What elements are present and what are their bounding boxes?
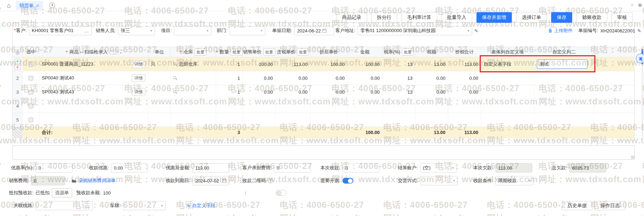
select-order-button[interactable]: 选择订单 — [516, 12, 547, 23]
route-input[interactable] — [39, 203, 84, 209]
tax-cell[interactable] — [415, 113, 448, 127]
tax-price-cell[interactable]: 113.00 — [276, 57, 310, 71]
tab-sales-order[interactable]: 销货单 — [16, 1, 43, 10]
tax-price-cell[interactable]: 0.00 — [276, 85, 310, 99]
need-invoice-toggle[interactable] — [343, 178, 353, 184]
price-cell[interactable]: 0.00 — [243, 85, 276, 99]
custom-field-2-input[interactable] — [537, 60, 588, 69]
column-settings-icon[interactable] — [15, 50, 19, 55]
recent-tabs-icon[interactable] — [49, 2, 55, 8]
tax-rate-cell[interactable]: 13 — [383, 85, 415, 99]
plate-select[interactable] — [123, 201, 166, 210]
custom-field-2-cell[interactable] — [534, 85, 594, 99]
tab-close-icon[interactable] — [36, 3, 39, 9]
discounted-price-cell[interactable]: 0.00 — [310, 71, 348, 85]
floating-assistant-button[interactable] — [636, 53, 644, 63]
product-cell[interactable]: SP0001 普通商品_11223详情 — [39, 57, 148, 71]
qty-cell[interactable]: 1 — [216, 57, 243, 71]
warehouse-cell[interactable] — [171, 71, 216, 85]
row-checkbox[interactable] — [29, 62, 33, 67]
edit-doc-no-icon[interactable] — [637, 28, 641, 34]
product-cell[interactable] — [39, 99, 148, 113]
total-cell[interactable]: 113.00 — [448, 57, 481, 71]
tax-cell[interactable] — [415, 99, 448, 113]
row-checkbox[interactable] — [29, 76, 33, 81]
tax-cell[interactable]: 0.00 — [415, 85, 448, 99]
row-checkbox[interactable] — [29, 90, 33, 94]
product-cell[interactable] — [39, 113, 148, 127]
current-payment-input[interactable] — [345, 165, 376, 171]
upload-attachment-link[interactable]: 上传附件 — [548, 27, 573, 34]
price-cell[interactable]: 0.00 — [243, 71, 276, 85]
route-lookup-icon[interactable] — [85, 203, 90, 209]
product-cell[interactable]: SP0040 测试40详情 — [39, 71, 148, 85]
custom-fields-link[interactable]: 自定义字段 — [187, 202, 215, 209]
amount-cell[interactable] — [348, 113, 383, 127]
customer-fee-input[interactable] — [277, 165, 308, 171]
tax-price-cell[interactable]: 0.00 — [276, 71, 310, 85]
split-row-button[interactable]: 拆分行 — [371, 12, 398, 23]
custom-field-2-cell[interactable] — [534, 71, 594, 85]
history-button[interactable]: 历史单据 — [562, 201, 593, 210]
custom-field-label-cell[interactable] — [481, 99, 534, 113]
total-cell[interactable]: 0.00 — [448, 71, 481, 85]
search-icon[interactable] — [173, 62, 177, 66]
product-cell[interactable]: SP0043 测试43详情 — [39, 85, 148, 99]
custom-field-label-cell[interactable]: 自定义表字段 — [481, 57, 534, 71]
search-icon[interactable] — [173, 76, 177, 80]
amount-cell[interactable]: 100.00 — [348, 57, 383, 71]
audit-button[interactable]: 审核 — [611, 12, 633, 23]
product-records-button[interactable]: 商品记录 — [336, 12, 367, 23]
scan-mode-toggle[interactable] — [109, 50, 118, 55]
tax-cell[interactable]: 0.00 — [415, 71, 448, 85]
select-source-button[interactable]: 选源单 — [52, 188, 72, 197]
custom-field-label-cell[interactable] — [481, 71, 534, 85]
unit-cell[interactable]: 只 — [148, 57, 171, 71]
operation-log-button[interactable]: 操作日志 — [595, 201, 625, 210]
discount-rate-input[interactable] — [39, 165, 70, 171]
due-date-input[interactable]: 2024-07-02 — [193, 176, 229, 185]
tax-rate-batch-button[interactable]: 批量 — [402, 48, 414, 56]
qty-batch-button[interactable]: 批量 — [230, 48, 243, 56]
sort-icon[interactable] — [120, 50, 121, 55]
credit-collection-button[interactable]: 赊账收款 — [576, 12, 607, 23]
discounted-price-cell[interactable] — [310, 99, 348, 113]
row-checkbox[interactable] — [29, 118, 33, 122]
unit-cell[interactable] — [148, 71, 171, 85]
batch-import-button[interactable]: 批量导入 — [441, 12, 472, 23]
tax-rate-cell[interactable] — [383, 113, 415, 127]
tax-rate-cell[interactable] — [383, 99, 415, 113]
detail-button[interactable]: 详情 — [132, 60, 145, 68]
tax-rate-cell[interactable]: 13 — [383, 71, 415, 85]
save-button[interactable]: 保存 — [551, 12, 572, 23]
customer-lookup-icon[interactable] — [84, 28, 89, 34]
collection-discount-input[interactable] — [114, 165, 145, 171]
price-cell[interactable] — [243, 99, 276, 113]
add-row-button[interactable] — [15, 59, 20, 64]
home-icon[interactable] — [6, 2, 12, 9]
scroll-top-icon[interactable] — [631, 2, 633, 8]
remarks-textarea[interactable] — [12, 145, 635, 160]
total-cell[interactable]: 0.00 — [448, 85, 481, 99]
amount-cell[interactable]: 0.00 — [348, 85, 383, 99]
settle-account-select[interactable]: (空) — [420, 163, 457, 173]
help-icon[interactable] — [268, 178, 273, 183]
fee-list-link[interactable]: 采购销售费用清单 — [79, 178, 116, 184]
department-select[interactable] — [230, 26, 265, 35]
after-discount-input[interactable] — [195, 165, 226, 171]
save-and-new-button[interactable]: 保存并新增 — [476, 12, 512, 23]
price-cell[interactable]: 100.00 — [243, 57, 276, 71]
custom-field-label-cell[interactable] — [481, 113, 534, 127]
terms-select[interactable]: 限期收款 — [495, 176, 533, 185]
discounted-price-cell[interactable]: 0.00 — [310, 85, 348, 99]
unit-cell[interactable] — [148, 99, 171, 113]
detail-button[interactable]: 详情 — [132, 88, 145, 96]
search-icon[interactable] — [173, 90, 177, 94]
custom-field-2-cell[interactable] — [534, 57, 594, 71]
qty-cell[interactable] — [216, 113, 243, 127]
qty-cell[interactable]: 1 — [216, 85, 243, 99]
add-tab-icon[interactable] — [638, 2, 642, 8]
date-input[interactable]: 2024-06-22 — [294, 26, 334, 35]
tax-rate-cell[interactable]: 13 — [383, 57, 415, 71]
tax-price-batch-button[interactable]: 批量 — [297, 48, 309, 56]
